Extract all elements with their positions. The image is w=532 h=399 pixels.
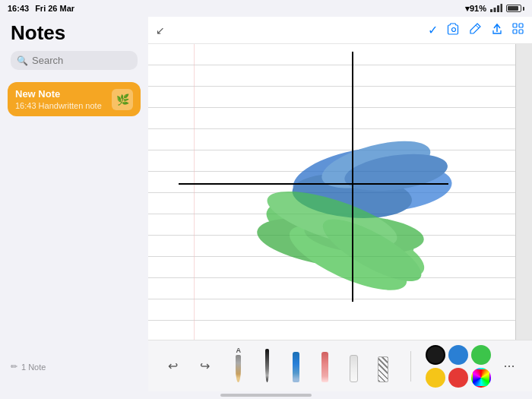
note-meta: 16:43 Handwritten note <box>15 101 112 110</box>
camera-icon[interactable] <box>447 23 461 38</box>
svg-rect-9 <box>513 30 517 33</box>
search-input[interactable] <box>32 55 160 66</box>
svg-rect-7 <box>513 24 517 27</box>
pen-tool[interactable] <box>254 347 281 385</box>
color-rainbow[interactable] <box>471 368 491 388</box>
battery-icon <box>506 5 524 12</box>
svg-line-5 <box>476 25 479 28</box>
toolbar-left: ↙ <box>156 24 165 36</box>
home-indicator <box>0 391 532 399</box>
color-green[interactable] <box>471 345 491 365</box>
more-options-button[interactable]: ··· <box>499 356 520 377</box>
search-bar[interactable]: 🔍 🎙 <box>11 51 138 70</box>
svg-rect-10 <box>519 30 523 33</box>
pencil-a-tool[interactable]: A <box>225 347 252 385</box>
redo-button[interactable]: ↪ <box>192 354 217 378</box>
sidebar-header: Notes 🔍 🎙 <box>0 17 148 76</box>
grid-icon[interactable] <box>512 23 524 38</box>
marker-blue-tool[interactable] <box>283 347 310 385</box>
svg-rect-2 <box>497 5 499 12</box>
bottom-toolbar: ↩ ↪ A <box>148 340 532 391</box>
note-info: New Note 16:43 Handwritten note <box>15 88 112 110</box>
note-thumbnail-icon: 🌿 <box>112 89 133 110</box>
wifi-icon: ▾91% <box>465 4 486 14</box>
signal-icon <box>490 4 502 14</box>
status-right: ▾91% <box>465 4 524 14</box>
checkmark-icon[interactable]: ✓ <box>428 23 438 37</box>
notes-list: New Note 16:43 Handwritten note 🌿 <box>0 76 148 122</box>
note-count: 1 Note <box>21 363 46 372</box>
note-canvas: ↙ ✓ <box>148 17 532 391</box>
home-bar <box>220 394 312 397</box>
share-icon[interactable] <box>491 22 503 39</box>
sidebar-footer: ✏ 1 Note <box>0 357 148 376</box>
color-blue[interactable] <box>448 345 468 365</box>
paper-area[interactable] <box>148 44 532 340</box>
color-swatches <box>426 345 491 388</box>
crosshair-vertical <box>352 52 353 302</box>
lasso-tool[interactable] <box>369 347 397 385</box>
drawing-tools: A <box>225 347 397 385</box>
svg-rect-0 <box>490 9 492 12</box>
status-day: Fri 26 Mar <box>35 4 74 13</box>
note-item[interactable]: New Note 16:43 Handwritten note 🌿 <box>8 82 141 116</box>
toolbar-divider <box>410 351 411 382</box>
svg-rect-3 <box>501 4 503 12</box>
status-left: 16:43 Fri 26 Mar <box>8 4 74 13</box>
expand-icon[interactable]: ↙ <box>156 24 165 36</box>
marker-pink-tool[interactable] <box>312 347 339 385</box>
color-red[interactable] <box>448 368 468 388</box>
undo-button[interactable]: ↩ <box>160 354 185 378</box>
color-yellow[interactable] <box>426 368 445 388</box>
note-toolbar: ↙ ✓ <box>148 17 532 44</box>
status-bar: 16:43 Fri 26 Mar ▾91% <box>0 0 532 17</box>
drawing-layer <box>148 44 532 340</box>
svg-rect-1 <box>494 8 496 12</box>
compose-icon[interactable]: ✏ <box>11 362 17 372</box>
sidebar: Notes 🔍 🎙 New Note 16:43 Handwritten not… <box>0 17 148 391</box>
status-time: 16:43 <box>8 4 29 13</box>
svg-rect-8 <box>519 24 523 27</box>
eraser-tool[interactable] <box>340 347 368 385</box>
sidebar-title: Notes <box>11 21 138 45</box>
note-title: New Note <box>15 88 112 100</box>
pen-toolbar-icon[interactable] <box>470 22 482 39</box>
svg-point-4 <box>452 27 456 31</box>
color-black[interactable] <box>426 345 445 365</box>
search-icon: 🔍 <box>17 55 28 66</box>
crosshair-horizontal <box>179 183 448 185</box>
main-content: Notes 🔍 🎙 New Note 16:43 Handwritten not… <box>0 17 532 391</box>
toolbar-right: ✓ <box>428 22 524 39</box>
